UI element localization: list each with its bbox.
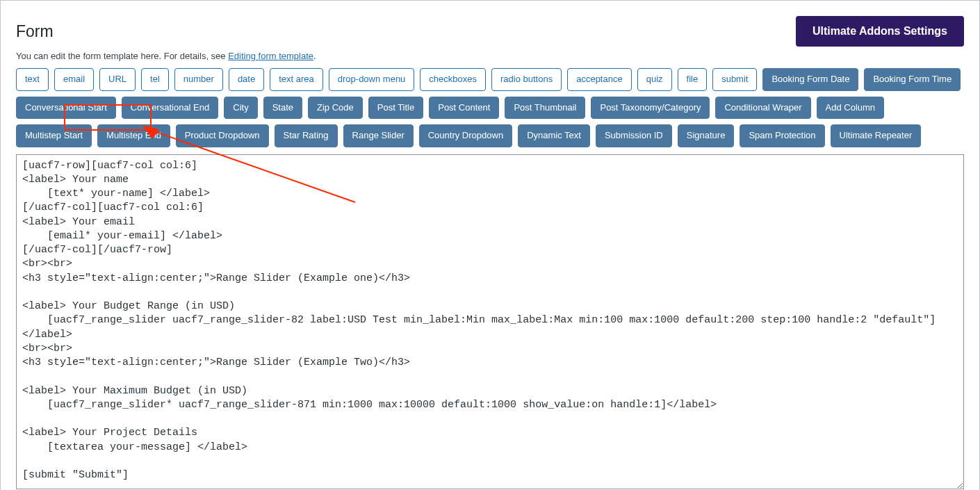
intro-suffix: . <box>313 51 316 61</box>
tag-submit[interactable]: submit <box>712 68 757 91</box>
tag-email[interactable]: email <box>54 68 94 91</box>
tag-radio-buttons[interactable]: radio buttons <box>491 68 562 91</box>
tag-text[interactable]: text <box>16 68 49 91</box>
tag-dynamic-text[interactable]: Dynamic Text <box>518 124 590 147</box>
tag-zip-code[interactable]: Zip Code <box>308 97 363 120</box>
tag-post-title[interactable]: Post Title <box>368 97 423 120</box>
tag-ultimate-repeater[interactable]: Ultimate Repeater <box>831 124 922 147</box>
header-row: Form Ultimate Addons Settings <box>16 16 964 47</box>
tag-country-dropdown[interactable]: Country Dropdown <box>419 124 512 147</box>
tag-drop-down-menu[interactable]: drop-down menu <box>329 68 415 91</box>
form-template-textarea[interactable] <box>16 154 964 489</box>
tag-conversational-end[interactable]: Conversational End <box>122 97 218 120</box>
tag-checkboxes[interactable]: checkboxes <box>420 68 486 91</box>
tag-post-taxonomy-category[interactable]: Post Taxonomy/Category <box>591 97 710 120</box>
tag-url[interactable]: URL <box>99 68 136 91</box>
tag-post-thumbnail[interactable]: Post Thumbnail <box>505 97 585 120</box>
page-title: Form <box>16 22 54 41</box>
tag-multistep-end[interactable]: Multistep End <box>97 124 170 147</box>
intro-text: You can edit the form template here. For… <box>16 51 964 61</box>
tag-star-rating[interactable]: Star Rating <box>275 124 338 147</box>
tag-conditional-wraper[interactable]: Conditional Wraper <box>715 97 810 120</box>
tag-booking-form-time[interactable]: Booking Form Time <box>864 68 961 91</box>
tag-conversational-start[interactable]: Conversational Start <box>16 97 116 120</box>
tag-range-slider[interactable]: Range Slider <box>343 124 414 147</box>
tag-city[interactable]: City <box>224 97 257 120</box>
tag-add-column[interactable]: Add Column <box>817 97 885 120</box>
tag-quiz[interactable]: quiz <box>637 68 672 91</box>
ultimate-addons-settings-button[interactable]: Ultimate Addons Settings <box>796 16 964 47</box>
tag-acceptance[interactable]: acceptance <box>567 68 632 91</box>
form-panel-inner: Form Ultimate Addons Settings You can ed… <box>1 1 979 490</box>
tag-signature[interactable]: Signature <box>678 124 735 147</box>
tag-file[interactable]: file <box>678 68 708 91</box>
intro-prefix: You can edit the form template here. For… <box>16 51 228 61</box>
tag-text-area[interactable]: text area <box>270 68 323 91</box>
tag-state[interactable]: State <box>263 97 302 120</box>
tag-generator-toolbar: textemailURLtelnumberdatetext areadrop-d… <box>16 68 964 147</box>
form-panel: Form Ultimate Addons Settings You can ed… <box>0 0 980 490</box>
tag-product-dropdown[interactable]: Product Dropdown <box>176 124 269 147</box>
tag-multistep-start[interactable]: Multistep Start <box>16 124 92 147</box>
tag-date[interactable]: date <box>229 68 264 91</box>
tag-booking-form-date[interactable]: Booking Form Date <box>762 68 858 91</box>
tag-submission-id[interactable]: Submission ID <box>596 124 672 147</box>
editing-form-template-link[interactable]: Editing form template <box>228 51 313 61</box>
tag-spam-protection[interactable]: Spam Protection <box>740 124 824 147</box>
tag-tel[interactable]: tel <box>141 68 169 91</box>
tag-post-content[interactable]: Post Content <box>429 97 499 120</box>
tag-number[interactable]: number <box>174 68 223 91</box>
